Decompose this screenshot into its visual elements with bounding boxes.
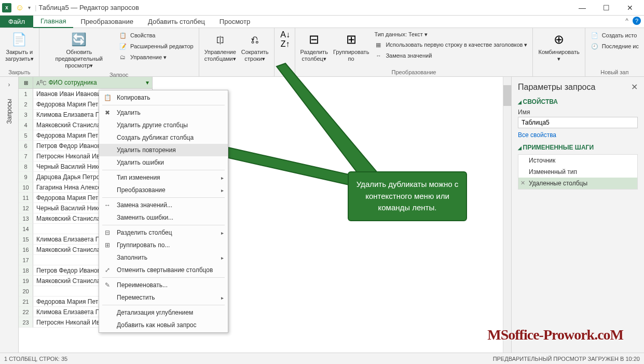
menu-item[interactable]: 📋Копировать <box>99 91 228 104</box>
section-steps[interactable]: ПРИМЕНЕННЫЕ ШАГИ <box>518 144 638 151</box>
menu-item-label: Замена значений... <box>117 201 172 209</box>
callout-tooltip: Удалить дубликаты можно с контекстного м… <box>348 171 467 221</box>
separator: | <box>35 4 36 11</box>
minimize-button[interactable]: — <box>570 0 594 16</box>
close-panel-icon[interactable]: ✕ <box>631 82 638 92</box>
menu-item[interactable]: ⤢Отменить свертывание столбцов <box>99 264 228 276</box>
menu-item[interactable]: ✎Переименовать... <box>99 279 228 291</box>
menu-item-icon <box>102 213 113 222</box>
menu-item-label: Удалить повторения <box>117 146 176 154</box>
advanced-editor-button[interactable]: 📝Расширенный редактор <box>117 41 196 51</box>
maximize-button[interactable]: ☐ <box>594 0 618 16</box>
menu-item-icon <box>102 321 113 329</box>
help-icon[interactable]: ? <box>633 17 641 25</box>
menu-item-icon <box>102 173 113 182</box>
row-number: 17 <box>19 255 33 265</box>
menu-item-label: Разделить столбец <box>117 229 172 236</box>
all-properties-link[interactable]: Все свойства <box>518 131 638 139</box>
watermark: MSoffice-Prowork.coM <box>487 327 623 343</box>
menu-item[interactable]: ⊟Разделить столбец <box>99 226 228 239</box>
section-properties[interactable]: СВОЙСТВА <box>518 98 638 105</box>
qat-dropdown[interactable]: ▾ <box>28 5 31 10</box>
menu-item[interactable]: Удалить ошибки <box>99 156 228 169</box>
tab-file[interactable]: Файл <box>0 16 33 28</box>
vertical-scrollbar[interactable] <box>503 77 511 353</box>
menu-item-icon: ↔ <box>102 201 113 209</box>
row-number: 6 <box>19 141 33 151</box>
menu-separator <box>102 225 225 225</box>
tab-add-column[interactable]: Добавить столбец <box>141 16 212 28</box>
collapse-ribbon-icon[interactable]: ^ <box>625 17 628 24</box>
tab-transform[interactable]: Преобразование <box>73 16 141 28</box>
tab-view[interactable]: Просмотр <box>212 16 257 28</box>
app-icon: x <box>2 3 11 12</box>
menu-item[interactable]: Добавить как новый запрос <box>99 319 228 331</box>
ribbon-tabs: Файл Главная Преобразование Добавить сто… <box>0 16 644 28</box>
column-header[interactable]: ABC ФИО сотрудника ▾ <box>33 77 153 88</box>
delete-step-icon[interactable]: ✕ <box>520 180 525 186</box>
applied-step[interactable]: Измененный тип <box>518 166 637 178</box>
row-number: 8 <box>19 161 33 172</box>
name-label: Имя <box>518 109 638 116</box>
name-input[interactable] <box>518 117 638 128</box>
window-title: Таблица5 — Редактор запросов <box>38 4 139 11</box>
ribbon-group-combine: ⊕ Комбинировать ▾ <box>533 28 585 76</box>
grid-corner[interactable]: ⊞ <box>19 77 33 88</box>
replace-values-button[interactable]: ↔Замена значений <box>372 50 529 61</box>
statusbar: 1 СТОЛБЕЦ, СТРОК: 35 ПРЕДВАРИТЕЛЬНЫЙ ПРО… <box>0 353 644 364</box>
menu-item[interactable]: Переместить <box>99 291 228 304</box>
menu-item[interactable]: ✖Удалить <box>99 106 228 119</box>
refresh-icon: 🔄 <box>71 31 87 48</box>
split-icon: ⊟ <box>306 31 322 48</box>
menu-item-label: Удалить другие столбцы <box>117 122 188 129</box>
close-button[interactable]: ✕ <box>618 0 642 16</box>
data-type-button[interactable]: Тип данных: Текст ▾ <box>372 30 529 39</box>
queries-sidebar[interactable]: › Запросы <box>0 77 19 353</box>
row-number: 7 <box>19 151 33 161</box>
row-number: 15 <box>19 234 33 245</box>
close-load-button[interactable]: 📄 Закрыть и загрузить▾ <box>3 30 36 68</box>
menu-item[interactable]: Детализация углублением <box>99 306 228 319</box>
properties-icon: 📋 <box>119 31 127 39</box>
applied-step[interactable]: ✕Удаленные столбцы <box>518 178 637 189</box>
row-number: 16 <box>19 245 33 255</box>
smiley-icon[interactable]: ☺ <box>16 3 24 12</box>
sort-icon: A↓Z↑ <box>277 31 294 48</box>
menu-item[interactable]: Заполнить <box>99 251 228 264</box>
row-number: 20 <box>19 286 33 296</box>
refresh-preview-button[interactable]: 🔄 Обновить предварительный просмотр▾ <box>43 30 116 71</box>
status-right: ПРЕДВАРИТЕЛЬНЫЙ ПРОСМОТР ЗАГРУЖЕН В 10:2… <box>493 356 640 362</box>
menu-item[interactable]: Создать дубликат столбца <box>99 131 228 144</box>
menu-item-label: Создать дубликат столбца <box>117 134 194 141</box>
applied-step[interactable]: Источник <box>518 155 637 166</box>
ribbon-group-new-query: 📄Создать исто 🕘Последние ис Новый зап <box>585 28 644 76</box>
row-number: 12 <box>19 203 33 213</box>
menu-item-icon: ⊟ <box>102 228 113 237</box>
combine-button[interactable]: ⊕ Комбинировать ▾ <box>536 30 581 74</box>
menu-item[interactable]: Удалить повторения <box>99 144 228 156</box>
new-source-button[interactable]: 📄Создать исто <box>588 30 641 41</box>
row-number: 4 <box>19 120 33 130</box>
row-number: 9 <box>19 172 33 182</box>
menu-item[interactable]: Удалить другие столбцы <box>99 119 228 131</box>
menu-item[interactable]: ⊞Группировать по... <box>99 239 228 251</box>
menu-item[interactable]: Тип изменения <box>99 171 228 184</box>
ribbon-group-close: 📄 Закрыть и загрузить▾ Закрыть <box>0 28 39 76</box>
menu-item-label: Тип изменения <box>117 174 160 181</box>
menu-item[interactable]: ↔Замена значений... <box>99 199 228 211</box>
new-source-icon: 📄 <box>591 31 599 39</box>
context-menu: 📋Копировать✖УдалитьУдалить другие столбц… <box>99 90 228 333</box>
first-row-headers-button[interactable]: ▦Использовать первую строку в качестве з… <box>372 39 529 50</box>
menu-separator <box>102 105 225 105</box>
column-filter-icon[interactable]: ▾ <box>146 79 149 86</box>
menu-item[interactable]: Преобразование <box>99 184 228 196</box>
manage-icon: 🗂 <box>119 53 127 61</box>
menu-item[interactable]: Заменить ошибки... <box>99 211 228 224</box>
properties-button[interactable]: 📋Свойства <box>117 30 196 41</box>
tab-home[interactable]: Главная <box>33 15 73 28</box>
manage-button[interactable]: 🗂Управление ▾ <box>117 52 196 62</box>
recent-sources-button[interactable]: 🕘Последние ис <box>588 41 641 51</box>
expand-queries-icon[interactable]: › <box>0 81 18 88</box>
row-number: 14 <box>19 224 33 234</box>
row-number: 11 <box>19 193 33 203</box>
